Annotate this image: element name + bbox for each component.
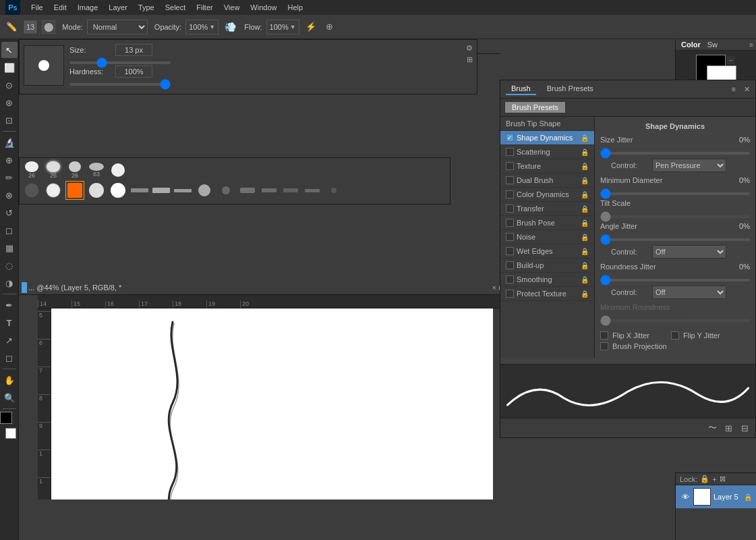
brush-presets-tab[interactable]: Brush Presets bbox=[542, 83, 599, 95]
control-select-3[interactable]: Off bbox=[652, 286, 726, 299]
foreground-color[interactable] bbox=[0, 412, 12, 424]
min-roundness-slider[interactable] bbox=[600, 319, 750, 322]
crop-tool[interactable]: ⊡ bbox=[1, 112, 18, 128]
background-color[interactable] bbox=[5, 428, 16, 439]
swatch-r2-7[interactable] bbox=[152, 181, 171, 200]
texture-item[interactable]: Texture 🔒 bbox=[500, 159, 594, 173]
swatch-r2-11[interactable] bbox=[238, 181, 257, 200]
dual-brush-checkbox[interactable] bbox=[506, 176, 514, 184]
build-up-checkbox[interactable] bbox=[506, 261, 514, 269]
protect-texture-checkbox[interactable] bbox=[506, 290, 514, 298]
brush-presets-btn[interactable]: Brush Presets bbox=[504, 101, 566, 113]
layer-5-row[interactable]: 👁 Layer 5 🔒 bbox=[676, 485, 756, 508]
rect-select-tool[interactable]: ⬜ bbox=[1, 59, 18, 76]
drawing-canvas[interactable] bbox=[51, 308, 493, 500]
airbrush-icon[interactable]: 💨 bbox=[223, 20, 237, 34]
wet-edges-item[interactable]: Wet Edges 🔒 bbox=[500, 244, 594, 259]
gradient-tool[interactable]: ▦ bbox=[1, 240, 18, 256]
smoothing-icon[interactable]: ⚡ bbox=[303, 20, 318, 34]
smoothing-checkbox[interactable] bbox=[506, 275, 514, 284]
swatch-r2-8[interactable] bbox=[173, 181, 192, 200]
swatch-r2-3[interactable] bbox=[65, 181, 84, 200]
size-slider[interactable] bbox=[69, 61, 171, 64]
shape-dynamics-item[interactable]: ✓ Shape Dynamics 🔒 bbox=[500, 131, 594, 145]
brush-tab[interactable]: Brush bbox=[506, 83, 536, 95]
document-tab[interactable]: ... @44% (Layer 5, RGB/8, * × ▶ bbox=[19, 280, 506, 295]
noise-item[interactable]: Noise 🔒 bbox=[500, 230, 594, 244]
history-tool[interactable]: ↺ bbox=[1, 205, 18, 221]
lock-icon-3[interactable]: ⊠ bbox=[720, 475, 726, 483]
swatches-tab[interactable]: Sw bbox=[705, 40, 720, 49]
menu-type[interactable]: Type bbox=[138, 3, 154, 11]
flip-x-checkbox[interactable] bbox=[600, 331, 608, 340]
dual-brush-item[interactable]: Dual Brush 🔒 bbox=[500, 173, 594, 188]
swatch-r2-6[interactable] bbox=[130, 181, 149, 200]
noise-checkbox[interactable] bbox=[506, 233, 514, 241]
menu-image[interactable]: Image bbox=[78, 3, 98, 11]
move-tool[interactable]: ↖ bbox=[1, 42, 18, 58]
swatch-r2-1[interactable] bbox=[22, 181, 41, 200]
min-diameter-slider[interactable] bbox=[600, 192, 750, 195]
swatch-r2-9[interactable] bbox=[195, 181, 214, 200]
brush-settings-icon[interactable]: ⬤ bbox=[42, 20, 55, 34]
smoothing-item[interactable]: Smoothing 🔒 bbox=[500, 273, 594, 287]
menu-filter[interactable]: Filter bbox=[196, 3, 212, 11]
shape-tool[interactable]: ◻ bbox=[1, 350, 18, 366]
transfer-item[interactable]: Transfer 🔒 bbox=[500, 202, 594, 216]
color-dynamics-item[interactable]: Color Dynamics 🔒 bbox=[500, 188, 594, 202]
hand-tool[interactable]: ✋ bbox=[1, 372, 18, 388]
swatch-r2-2[interactable] bbox=[44, 181, 63, 200]
build-up-item[interactable]: Build-up 🔒 bbox=[500, 259, 594, 273]
swatch-r2-10[interactable] bbox=[216, 181, 235, 200]
brush-tip-shape-item[interactable]: Brush Tip Shape bbox=[500, 117, 594, 131]
flip-y-checkbox[interactable] bbox=[671, 331, 679, 340]
lock-icon-1[interactable]: 🔒 bbox=[700, 475, 709, 483]
roundness-jitter-slider[interactable] bbox=[600, 279, 750, 281]
swap-colors-icon[interactable]: ↔ bbox=[727, 56, 735, 64]
blur-tool[interactable]: ◌ bbox=[1, 257, 18, 273]
brush-pose-item[interactable]: Brush Pose 🔒 bbox=[500, 216, 594, 230]
menu-select[interactable]: Select bbox=[165, 3, 186, 11]
swatch-5[interactable] bbox=[109, 161, 127, 180]
control-select-1[interactable]: Pen Pressure bbox=[652, 159, 726, 172]
path-select-tool[interactable]: ↗ bbox=[1, 332, 18, 348]
scattering-item[interactable]: Scattering 🔒 bbox=[500, 145, 594, 159]
color-tab[interactable]: Color bbox=[678, 40, 703, 49]
brush-align-icon[interactable]: ⊞ bbox=[467, 55, 473, 64]
hardness-input[interactable] bbox=[115, 65, 152, 78]
close-panel-icon[interactable]: ✕ bbox=[744, 85, 750, 94]
dodge-tool[interactable]: ◑ bbox=[1, 275, 18, 291]
size-input[interactable] bbox=[115, 44, 152, 56]
brush-projection-checkbox[interactable] bbox=[600, 342, 608, 350]
collapse-btn[interactable]: ≡ bbox=[732, 85, 736, 93]
texture-checkbox[interactable] bbox=[506, 162, 514, 170]
color-dynamics-checkbox[interactable] bbox=[506, 190, 514, 198]
swatch-1[interactable]: 26 bbox=[22, 161, 41, 180]
brush-pose-checkbox[interactable] bbox=[506, 219, 514, 227]
brush-settings-gear[interactable]: ⚙ bbox=[466, 44, 473, 53]
quick-select-tool[interactable]: ⊛ bbox=[1, 94, 18, 111]
grid-icon-2[interactable]: ⊟ bbox=[738, 421, 751, 435]
menu-file[interactable]: File bbox=[31, 3, 43, 11]
wet-edges-checkbox[interactable] bbox=[506, 247, 514, 255]
transfer-checkbox[interactable] bbox=[506, 205, 514, 213]
angle-icon[interactable]: ⊕ bbox=[322, 20, 337, 34]
mode-select[interactable]: Normal bbox=[87, 20, 148, 34]
swatch-r2-15[interactable] bbox=[324, 181, 343, 200]
swatch-r2-14[interactable] bbox=[303, 181, 322, 200]
zoom-tool[interactable]: 🔍 bbox=[1, 389, 18, 406]
swatch-3[interactable]: 26 bbox=[65, 161, 84, 180]
size-jitter-slider[interactable] bbox=[600, 152, 750, 155]
menu-view[interactable]: View bbox=[224, 3, 240, 11]
protect-texture-item[interactable]: Protect Texture 🔒 bbox=[500, 287, 594, 301]
text-tool[interactable]: T bbox=[1, 315, 18, 331]
grid-icon-1[interactable]: ⊞ bbox=[722, 421, 735, 435]
menu-edit[interactable]: Edit bbox=[54, 3, 67, 11]
hardness-slider[interactable] bbox=[69, 83, 171, 86]
swatch-2[interactable]: 26 bbox=[44, 161, 63, 180]
lasso-tool[interactable]: ⊙ bbox=[1, 77, 18, 93]
healing-tool[interactable]: ⊕ bbox=[1, 152, 18, 168]
menu-help[interactable]: Help bbox=[287, 3, 303, 11]
swatch-4[interactable]: 63 bbox=[87, 161, 106, 180]
angle-jitter-slider[interactable] bbox=[600, 238, 750, 241]
